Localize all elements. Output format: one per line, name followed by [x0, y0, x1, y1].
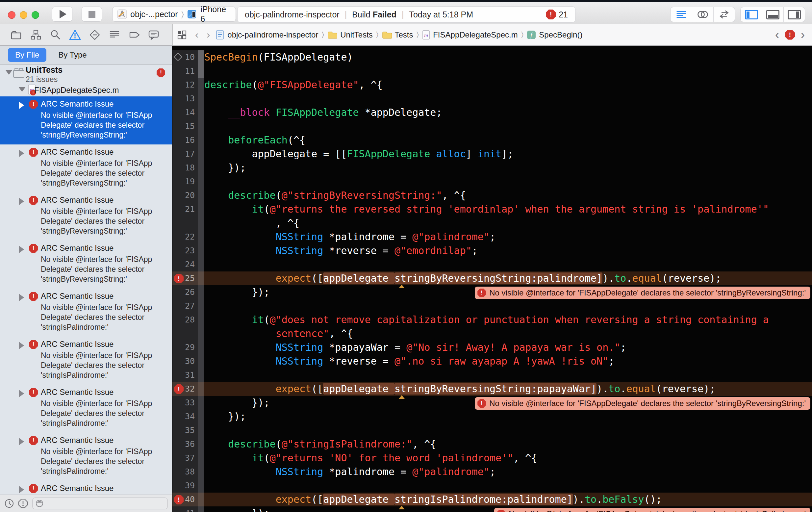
breadcrumb-item[interactable]: mFISAppDelegateSpec.m — [422, 30, 518, 40]
issue-item[interactable]: !ARC Semantic IssueNo visible @interface… — [0, 481, 172, 494]
code-text[interactable]: NSString *reverse = @".no si raw ayapap … — [204, 354, 812, 368]
code-line[interactable]: 19 — [172, 175, 812, 189]
code-line[interactable]: 30 NSString *reverse = @".no si raw ayap… — [172, 354, 812, 368]
code-text[interactable]: describe(@"FISAppDelegate", ^{ — [204, 78, 812, 92]
debug-navigator-icon[interactable] — [109, 29, 120, 41]
run-button[interactable] — [52, 7, 72, 22]
source-editor[interactable]: 10SpecBegin(FISAppDelegate)1112describe(… — [172, 46, 812, 512]
code-line[interactable]: 28 it(@"does not remove capitalization o… — [172, 313, 812, 327]
breakpoint-navigator-icon[interactable] — [128, 29, 140, 41]
zoom-window-button[interactable] — [32, 11, 39, 19]
test-marker-diamond-icon[interactable] — [174, 53, 182, 61]
target-row[interactable]: UnitTests 21 issues ! — [0, 64, 172, 86]
issue-item[interactable]: !ARC Semantic IssueNo visible @interface… — [0, 144, 172, 193]
issue-item[interactable]: !ARC Semantic IssueNo visible @interface… — [0, 289, 172, 337]
symbol-navigator-icon[interactable] — [30, 29, 42, 41]
code-text[interactable] — [204, 175, 812, 189]
line-error-icon[interactable]: ! — [174, 495, 183, 505]
search-navigator-icon[interactable] — [49, 29, 61, 41]
code-line[interactable]: 38 NSString *palindrome = @"palindrome"; — [172, 465, 812, 479]
line-error-icon[interactable]: ! — [174, 384, 183, 394]
disclosure-triangle-icon[interactable] — [19, 294, 24, 301]
code-text[interactable] — [204, 92, 812, 106]
code-text[interactable]: NSString *papayaWar = @"No sir! Away! A … — [204, 341, 812, 354]
breadcrumb-item[interactable]: fSpecBegin() — [527, 30, 582, 39]
project-navigator-icon[interactable] — [10, 29, 22, 41]
disclosure-triangle-icon[interactable] — [19, 246, 24, 253]
code-text[interactable]: NSString *palindrome = @"palindrome"; — [204, 230, 812, 244]
close-window-button[interactable] — [8, 11, 16, 19]
code-line[interactable]: 37 it(@"returns 'NO' for the word 'palin… — [172, 451, 812, 465]
disclosure-triangle-icon[interactable] — [19, 150, 24, 157]
disclosure-triangle-icon[interactable] — [19, 87, 26, 92]
code-line[interactable]: 21 it(@"returns the reversed string 'emo… — [172, 202, 812, 216]
disclosure-triangle-icon[interactable] — [5, 70, 12, 75]
breadcrumb-item[interactable]: Tests — [382, 30, 413, 39]
code-line[interactable]: 39 — [172, 479, 812, 492]
standard-editor-button[interactable] — [670, 7, 692, 22]
issue-item[interactable]: !ARC Semantic IssueNo visible @interface… — [0, 337, 172, 385]
back-button[interactable]: ‹ — [191, 29, 203, 41]
code-text[interactable]: NSString *reverse = @"emordnilap"; — [204, 244, 812, 258]
code-line[interactable]: 18 }); — [172, 161, 812, 175]
code-line[interactable]: 14 __block FISAppDelegate *appDelegate; — [172, 106, 812, 119]
code-line[interactable]: 10SpecBegin(FISAppDelegate) — [172, 50, 812, 64]
code-text[interactable]: SpecBegin(FISAppDelegate) — [204, 50, 812, 64]
recent-issues-icon[interactable] — [4, 498, 14, 509]
disclosure-triangle-icon[interactable] — [19, 198, 24, 205]
code-text[interactable] — [204, 258, 812, 272]
breadcrumb-item[interactable]: UnitTests — [327, 30, 373, 39]
code-text[interactable] — [204, 64, 812, 78]
code-text[interactable]: it(@"does not remove capitalization or p… — [204, 313, 812, 327]
issue-item[interactable]: !ARC Semantic IssueNo visible @interface… — [0, 96, 172, 144]
stop-button[interactable] — [82, 7, 102, 22]
error-badge-icon[interactable]: ! — [546, 9, 556, 20]
code-line[interactable]: sentence", ^{ — [172, 327, 812, 341]
code-line[interactable]: 35 — [172, 424, 812, 437]
toggle-utilities-button[interactable] — [783, 7, 805, 22]
disclosure-triangle-icon[interactable] — [19, 486, 24, 493]
code-line[interactable]: 20 describe(@"stringByReversingString:",… — [172, 189, 812, 202]
code-text[interactable]: appDelegate = [[FISAppDelegate alloc] in… — [204, 147, 812, 161]
code-text[interactable]: sentence", ^{ — [204, 327, 812, 341]
tab-by-type[interactable]: By Type — [58, 50, 87, 60]
assistant-editor-button[interactable] — [692, 7, 713, 22]
disclosure-triangle-icon[interactable] — [19, 390, 24, 397]
code-text[interactable]: describe(@"stringIsPalindrome:", ^{ — [204, 437, 812, 451]
code-line[interactable]: , ^{ — [172, 216, 812, 230]
code-text[interactable]: describe(@"stringByReversingString:", ^{ — [204, 189, 812, 202]
code-text[interactable] — [204, 299, 812, 313]
issue-item[interactable]: !ARC Semantic IssueNo visible @interface… — [0, 385, 172, 433]
previous-issue-button[interactable]: ‹ — [771, 28, 783, 42]
code-line-error[interactable]: !25 expect([appDelegate stringByReversin… — [172, 272, 812, 285]
code-text[interactable] — [204, 424, 812, 437]
code-line[interactable]: 16 beforeEach(^{ — [172, 133, 812, 147]
issue-item[interactable]: !ARC Semantic IssueNo visible @interface… — [0, 433, 172, 481]
line-error-icon[interactable]: ! — [174, 274, 183, 283]
code-text[interactable] — [204, 368, 812, 382]
issue-error-icon[interactable]: ! — [785, 30, 795, 40]
disclosure-triangle-icon[interactable] — [19, 342, 24, 349]
code-text[interactable]: expect([appDelegate stringByReversingStr… — [204, 382, 812, 396]
next-issue-button[interactable]: › — [797, 28, 809, 42]
inline-error-annotation[interactable]: !No visible @interface for 'FISAppDelega… — [475, 397, 810, 410]
filter-input[interactable] — [32, 497, 168, 509]
code-line[interactable]: 12describe(@"FISAppDelegate", ^{ — [172, 78, 812, 92]
disclosure-triangle-icon[interactable] — [19, 102, 24, 109]
code-text[interactable]: it(@"returns the reversed string 'emordi… — [204, 202, 812, 216]
code-text[interactable] — [204, 479, 812, 492]
toggle-debug-area-button[interactable] — [762, 7, 783, 22]
code-line[interactable]: 24 — [172, 258, 812, 272]
issue-navigator-icon[interactable] — [69, 29, 81, 41]
code-text[interactable]: expect([appDelegate stringIsPalindrome:p… — [204, 492, 812, 506]
code-text[interactable] — [204, 119, 812, 133]
code-text[interactable]: it(@"returns 'NO' for the word 'palindro… — [204, 451, 812, 465]
code-text[interactable]: expect([appDelegate stringByReversingStr… — [204, 272, 812, 285]
code-line[interactable]: 23 NSString *reverse = @"emordnilap"; — [172, 244, 812, 258]
minimize-window-button[interactable] — [20, 11, 27, 19]
scheme-selector[interactable]: objc-...pector 〉 iPhone 6 — [112, 7, 236, 22]
code-line[interactable]: 34 }); — [172, 410, 812, 424]
inline-error-annotation[interactable]: !No visible @interface for 'FISAppDelega… — [475, 287, 810, 299]
code-text[interactable]: beforeEach(^{ — [204, 133, 812, 147]
test-navigator-icon[interactable] — [89, 29, 101, 41]
